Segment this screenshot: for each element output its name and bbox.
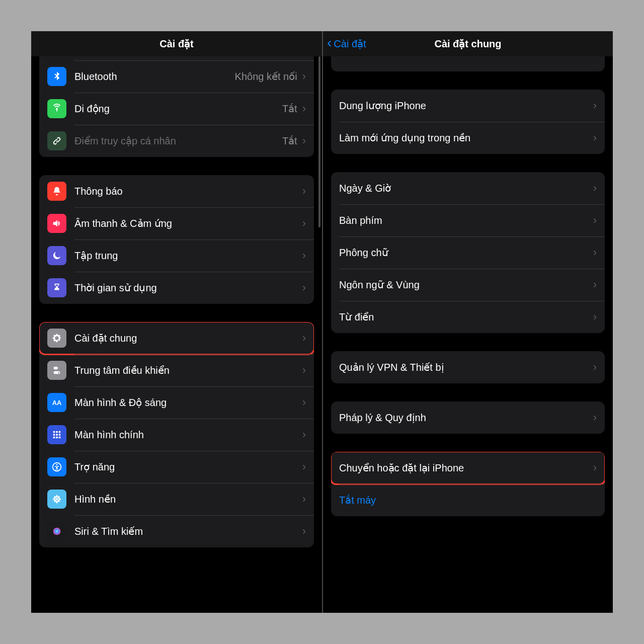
navbar-title: Cài đặt	[159, 38, 194, 50]
svg-point-13	[56, 495, 58, 498]
row-keyboard[interactable]: Bàn phím›	[331, 204, 605, 236]
row-fonts[interactable]: Phông chữ›	[331, 236, 605, 269]
row-value: Không kết nối	[235, 70, 297, 83]
row-label: Trợ năng	[74, 461, 302, 473]
chevron-right-icon: ›	[302, 185, 306, 198]
svg-rect-6	[59, 434, 61, 436]
row-label: Bàn phím	[339, 215, 593, 226]
row-dictionary[interactable]: Từ điển›	[331, 301, 605, 333]
link-icon	[47, 131, 66, 150]
back-label: Cài đặt	[334, 38, 366, 50]
chevron-right-icon: ›	[302, 493, 306, 506]
row-label: Trung tâm điều khiển	[74, 364, 302, 376]
chevron-right-icon: ›	[302, 525, 306, 538]
switches-icon	[47, 361, 66, 380]
row-home-screen[interactable]: Màn hình chính›	[39, 419, 314, 451]
chevron-right-icon: ›	[593, 278, 597, 291]
svg-rect-5	[56, 434, 58, 436]
row-vpn[interactable]: Quản lý VPN & Thiết bị›	[331, 351, 605, 383]
general-group: Quản lý VPN & Thiết bị›	[331, 351, 605, 383]
bluetooth-icon	[47, 67, 66, 86]
siri-icon	[47, 522, 66, 541]
svg-rect-4	[53, 434, 55, 436]
chevron-right-icon: ›	[593, 461, 597, 474]
row-label: Điểm truy cập cá nhân	[74, 135, 282, 147]
row-label: Bluetooth	[74, 71, 235, 83]
chevron-right-icon: ›	[593, 131, 597, 144]
chevron-right-icon: ›	[593, 214, 597, 227]
svg-point-11	[56, 464, 58, 465]
chevron-right-icon: ›	[593, 310, 597, 324]
chevron-right-icon: ›	[593, 182, 597, 195]
row-wallpaper[interactable]: Hình nền›	[39, 483, 314, 515]
row-label: Từ điển	[339, 311, 593, 323]
chevron-right-icon: ›	[302, 281, 306, 294]
row-storage[interactable]: Dung lượng iPhone›	[331, 90, 605, 122]
row-hotspot[interactable]: Điểm truy cập cá nhânTắt›	[39, 125, 314, 157]
antenna-icon	[47, 99, 66, 118]
svg-point-16	[58, 498, 61, 500]
chevron-right-icon: ›	[302, 364, 306, 377]
svg-rect-8	[56, 437, 58, 439]
bell-icon	[47, 182, 66, 201]
row-label: Màn hình & Độ sáng	[74, 396, 302, 409]
row-legal[interactable]: Pháp lý & Quy định›	[331, 401, 605, 434]
row-mobile[interactable]: Di độngTắt›	[39, 93, 314, 125]
row-label: Tắt máy	[339, 494, 597, 506]
row-datetime[interactable]: Ngày & Giờ›	[331, 172, 605, 204]
general-group: Pháp lý & Quy định›	[331, 401, 605, 434]
chevron-right-icon: ›	[593, 361, 597, 374]
speaker-icon	[47, 214, 66, 233]
chevron-right-icon: ›	[302, 102, 306, 115]
general-scroll[interactable]: Dung lượng iPhone›Làm mới ứng dụng trong…	[323, 56, 613, 613]
back-button[interactable]: ‹ Cài đặt	[327, 31, 366, 56]
chevron-right-icon: ›	[302, 70, 306, 83]
navbar-settings: Cài đặt	[31, 31, 322, 56]
row-label: Cài đặt chung	[74, 332, 302, 344]
chevron-right-icon: ›	[302, 332, 306, 345]
general-group: Ngày & Giờ›Bàn phím›Phông chữ›Ngôn ngữ &…	[331, 172, 605, 333]
row-label: Phông chữ	[339, 247, 593, 259]
row-accessibility[interactable]: Trợ năng›	[39, 451, 314, 483]
row-label: Thông báo	[74, 186, 302, 197]
row-general[interactable]: Cài đặt chung›	[39, 322, 314, 354]
row-notifications[interactable]: Thông báo›	[39, 175, 314, 207]
row-value: Tắt	[282, 135, 297, 147]
row-bg-refresh[interactable]: Làm mới ứng dụng trong nền›	[331, 122, 605, 154]
svg-point-12	[56, 498, 58, 500]
settings-group: Cài đặt chung›Trung tâm điều khiển›AAMàn…	[39, 322, 314, 547]
hourglass-icon	[47, 278, 66, 297]
general-group: Dung lượng iPhone›Làm mới ứng dụng trong…	[331, 90, 605, 154]
settings-pane: Cài đặt BluetoothKhông kết nối›Di độngTắ…	[31, 31, 322, 613]
row-control-center[interactable]: Trung tâm điều khiển›	[39, 354, 314, 386]
row-transfer-reset[interactable]: Chuyển hoặc đặt lại iPhone›	[331, 452, 605, 484]
gear-icon	[47, 329, 66, 348]
partial-row	[39, 56, 314, 60]
grid-icon	[47, 425, 66, 444]
row-label: Quản lý VPN & Thiết bị	[339, 361, 593, 373]
row-label: Làm mới ứng dụng trong nền	[339, 132, 593, 144]
row-label: Pháp lý & Quy định	[339, 412, 593, 424]
navbar-general: ‹ Cài đặt Cài đặt chung	[323, 31, 613, 56]
row-focus[interactable]: Tập trung›	[39, 239, 314, 272]
row-label: Siri & Tìm kiếm	[74, 525, 302, 537]
row-value: Tắt	[282, 103, 297, 115]
row-label: Chuyển hoặc đặt lại iPhone	[339, 462, 593, 474]
svg-point-14	[56, 501, 58, 504]
svg-rect-2	[56, 431, 58, 433]
row-siri[interactable]: Siri & Tìm kiếm›	[39, 515, 314, 547]
scrollbar[interactable]	[318, 56, 320, 227]
row-bluetooth[interactable]: BluetoothKhông kết nối›	[39, 60, 314, 93]
row-label: Dung lượng iPhone	[339, 100, 593, 112]
row-label: Di động	[74, 103, 282, 115]
row-sounds[interactable]: Âm thanh & Cảm ứng›	[39, 207, 314, 239]
row-label: Hình nền	[74, 493, 302, 505]
row-shutdown[interactable]: Tắt máy	[331, 484, 605, 516]
settings-scroll[interactable]: BluetoothKhông kết nối›Di độngTắt›Điểm t…	[31, 56, 322, 613]
svg-rect-1	[53, 431, 55, 433]
navbar-title: Cài đặt chung	[434, 38, 501, 50]
row-language[interactable]: Ngôn ngữ & Vùng›	[331, 269, 605, 301]
partial-group	[331, 56, 605, 71]
row-display[interactable]: AAMàn hình & Độ sáng›	[39, 386, 314, 419]
row-screentime[interactable]: Thời gian sử dụng›	[39, 272, 314, 304]
